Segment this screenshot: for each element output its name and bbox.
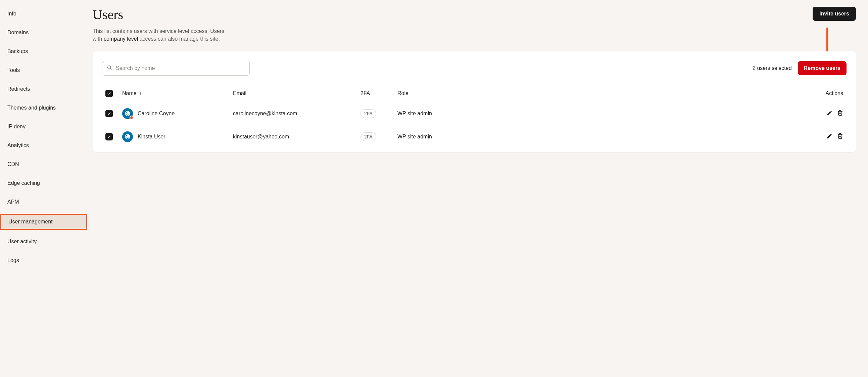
search-input[interactable] bbox=[102, 61, 250, 76]
select-all-checkbox[interactable] bbox=[105, 90, 113, 97]
sidebar-item-edge-caching[interactable]: Edge caching bbox=[0, 176, 87, 190]
sidebar-item-ip-deny[interactable]: IP deny bbox=[0, 120, 87, 134]
sidebar-item-apm[interactable]: APM bbox=[0, 195, 87, 209]
twofa-badge: 2FA bbox=[361, 109, 376, 118]
user-name: Caroline Coyne bbox=[137, 111, 175, 117]
user-name: Kinsta User bbox=[137, 134, 165, 140]
sidebar-item-logs[interactable]: Logs bbox=[0, 253, 87, 267]
users-table: Name ↑ Email 2FA Role Actions bbox=[102, 85, 846, 148]
sort-ascending-icon: ↑ bbox=[139, 91, 142, 96]
subtitle-post: access can also manage this site. bbox=[138, 36, 220, 42]
table-row: Caroline Coyne carolinecoyne@kinsta.com … bbox=[102, 102, 846, 125]
sidebar-item-user-management[interactable]: User management bbox=[0, 214, 87, 230]
sidebar: Info Domains Backups Tools Redirects The… bbox=[0, 0, 87, 377]
column-header-2fa[interactable]: 2FA bbox=[357, 85, 394, 102]
sidebar-item-info[interactable]: Info bbox=[0, 7, 87, 21]
sidebar-item-analytics[interactable]: Analytics bbox=[0, 139, 87, 152]
column-header-role[interactable]: Role bbox=[394, 85, 485, 102]
svg-point-5 bbox=[127, 113, 128, 114]
avatar-status-dot-icon bbox=[130, 116, 133, 120]
sidebar-item-redirects[interactable]: Redirects bbox=[0, 82, 87, 96]
delete-icon[interactable] bbox=[837, 110, 843, 116]
user-role: WP site admin bbox=[394, 102, 485, 125]
main-content: Users This list contains users with serv… bbox=[87, 0, 868, 377]
sidebar-item-user-activity[interactable]: User activity bbox=[0, 235, 87, 249]
company-level-link[interactable]: company level bbox=[104, 36, 138, 42]
sidebar-item-backups[interactable]: Backups bbox=[0, 45, 87, 58]
svg-point-7 bbox=[127, 137, 128, 138]
page-title: Users bbox=[93, 7, 234, 23]
remove-users-button[interactable]: Remove users bbox=[798, 61, 846, 75]
row-checkbox[interactable] bbox=[105, 110, 113, 117]
user-role: WP site admin bbox=[394, 125, 485, 148]
avatar bbox=[122, 108, 133, 119]
user-email: kinstauser@yahoo.com bbox=[229, 125, 357, 148]
page-subtitle: This list contains users with service le… bbox=[93, 27, 234, 43]
row-checkbox[interactable] bbox=[105, 133, 113, 141]
column-header-actions: Actions bbox=[485, 85, 846, 102]
column-header-name-label: Name bbox=[122, 90, 136, 96]
search-icon bbox=[107, 65, 112, 71]
delete-icon[interactable] bbox=[837, 133, 843, 139]
svg-point-2 bbox=[108, 66, 111, 69]
column-header-email[interactable]: Email bbox=[229, 85, 357, 102]
column-header-name[interactable]: Name ↑ bbox=[119, 85, 229, 102]
sidebar-item-themes-plugins[interactable]: Themes and plugins bbox=[0, 101, 87, 115]
selected-count: 2 users selected bbox=[752, 65, 792, 71]
twofa-badge: 2FA bbox=[361, 133, 376, 141]
sidebar-item-tools[interactable]: Tools bbox=[0, 63, 87, 77]
sidebar-item-cdn[interactable]: CDN bbox=[0, 157, 87, 171]
edit-icon[interactable] bbox=[826, 110, 832, 116]
edit-icon[interactable] bbox=[826, 133, 832, 139]
user-email: carolinecoyne@kinsta.com bbox=[229, 102, 357, 125]
sidebar-item-domains[interactable]: Domains bbox=[0, 26, 87, 40]
svg-line-3 bbox=[111, 68, 112, 69]
avatar bbox=[122, 132, 133, 142]
users-card: 2 users selected Remove users Name ↑ Em bbox=[93, 51, 856, 152]
invite-users-button[interactable]: Invite users bbox=[813, 7, 856, 21]
table-row: Kinsta User kinstauser@yahoo.com 2FA WP … bbox=[102, 125, 846, 148]
